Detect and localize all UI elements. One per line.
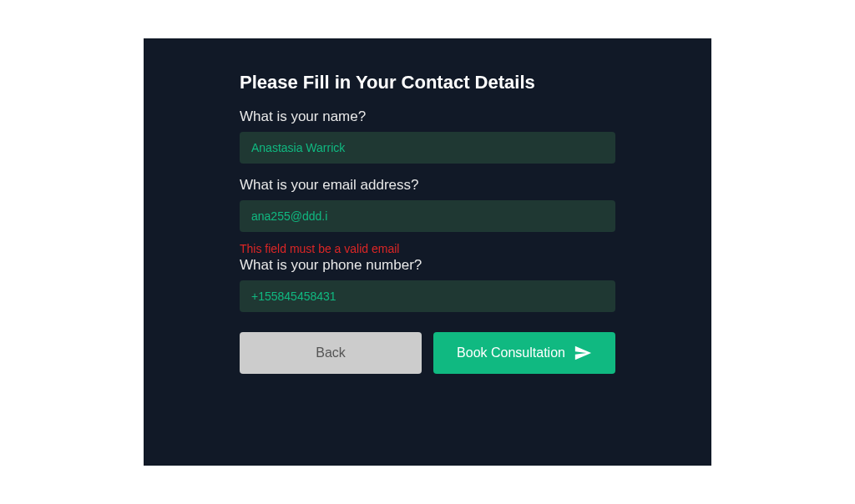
phone-label: What is your phone number? [240, 257, 615, 274]
form-container: Please Fill in Your Contact Details What… [240, 72, 615, 374]
phone-input[interactable] [240, 280, 615, 312]
book-consultation-button[interactable]: Book Consultation [433, 332, 615, 374]
name-group: What is your name? [240, 108, 615, 164]
button-row: Back Book Consultation [240, 332, 615, 374]
phone-group: What is your phone number? [240, 257, 615, 312]
book-consultation-label: Book Consultation [457, 345, 565, 360]
email-error: This field must be a valid email [240, 242, 615, 255]
email-label: What is your email address? [240, 177, 615, 194]
email-input[interactable] [240, 200, 615, 232]
back-button[interactable]: Back [240, 332, 422, 374]
name-input[interactable] [240, 132, 615, 164]
email-group: What is your email address? This field m… [240, 177, 615, 255]
name-label: What is your name? [240, 108, 615, 125]
form-title: Please Fill in Your Contact Details [240, 72, 615, 93]
send-icon [574, 344, 592, 362]
back-button-label: Back [316, 345, 346, 360]
contact-form-panel: Please Fill in Your Contact Details What… [144, 38, 711, 466]
